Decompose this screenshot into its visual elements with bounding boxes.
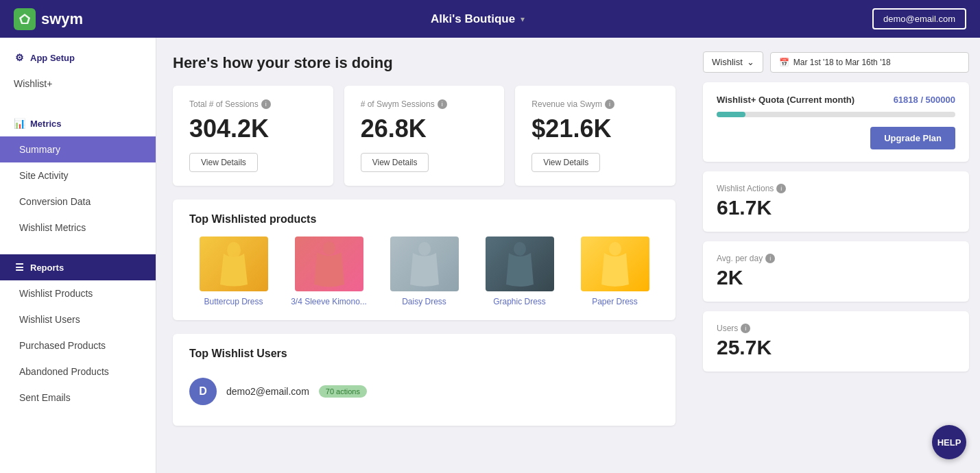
users-metric-label: Users i: [717, 324, 955, 333]
date-range-button[interactable]: 📅 Mar 1st '18 to Mar 16th '18: [770, 52, 969, 73]
content-area: Here's how your store is doing Total # o…: [156, 38, 692, 473]
sidebar-item-reports[interactable]: ☰ Reports: [0, 254, 156, 280]
wishlist-select[interactable]: Wishlist ⌄: [703, 51, 763, 73]
svg-point-5: [514, 242, 526, 256]
stat-label-revenue: Revenue via Swym i: [531, 99, 659, 109]
stat-label-sessions: Total # of Sessions i: [189, 99, 317, 109]
view-details-revenue[interactable]: View Details: [531, 153, 600, 172]
avg-per-day-value: 2K: [717, 266, 955, 289]
sidebar-item-summary[interactable]: Summary: [0, 136, 156, 162]
users-card: Users i 25.7K: [703, 311, 969, 372]
sidebar-item-purchased-products[interactable]: Purchased Products: [0, 332, 156, 359]
gear-icon: ⚙: [14, 52, 25, 63]
sidebar-item-wishlist-users[interactable]: Wishlist Users: [0, 306, 156, 332]
sidebar-item-sent-emails[interactable]: Sent Emails: [0, 385, 156, 411]
user-actions-badge: 70 actions: [319, 385, 367, 398]
svg-point-6: [609, 242, 621, 256]
info-icon-users[interactable]: i: [741, 324, 750, 333]
chevron-down-icon: ⌄: [747, 57, 754, 67]
right-top-controls: Wishlist ⌄ 📅 Mar 1st '18 to Mar 16th '18: [703, 51, 969, 73]
sidebar-item-site-activity[interactable]: Site Activity: [0, 162, 156, 189]
wishlist-actions-value: 61.7K: [717, 196, 955, 219]
top-users-title: Top Wishlist Users: [189, 348, 659, 360]
app-header: swym Alki's Boutique ▾ demo@email.com: [0, 0, 980, 38]
product-item-3[interactable]: Graphic Dress: [475, 236, 564, 306]
stat-label-swym-sessions: # of Swym Sessions i: [361, 99, 488, 109]
info-icon-avg-per-day[interactable]: i: [765, 254, 775, 263]
info-icon-swym-sessions[interactable]: i: [438, 99, 447, 109]
svg-point-3: [323, 241, 335, 255]
calendar-icon: 📅: [779, 58, 789, 67]
quota-bar-fill: [717, 112, 745, 117]
product-name-1: 3/4 Sleeve Kimono...: [291, 297, 367, 306]
user-email-button[interactable]: demo@email.com: [872, 8, 966, 29]
product-image-0: [200, 236, 268, 291]
top-products-title: Top Wishlisted products: [189, 213, 659, 226]
view-details-sessions[interactable]: View Details: [189, 153, 258, 172]
sidebar-item-abandoned-products[interactable]: Abandoned Products: [0, 359, 156, 385]
avg-per-day-card: Avg. per day i 2K: [703, 241, 969, 302]
stat-card-revenue: Revenue via Swym i $21.6K View Details: [515, 86, 676, 186]
sidebar-section-metrics: 📊 Metrics Summary Site Activity Conversi…: [0, 104, 156, 247]
logo-icon: [14, 8, 36, 30]
top-products-card: Top Wishlisted products Buttercup Dress: [173, 199, 676, 320]
wishlist-actions-label: Wishlist Actions i: [717, 184, 955, 193]
header-right: demo@email.com: [872, 8, 966, 29]
sidebar-section-setup: ⚙ App Setup Wishlist+: [0, 38, 156, 104]
quota-header: Wishlist+ Quota (Current month) 61818 / …: [717, 95, 955, 105]
sidebar-item-wishlist-plus[interactable]: Wishlist+: [0, 71, 156, 97]
quota-bar-bg: [717, 112, 955, 117]
product-image-1: [295, 236, 363, 291]
logo-text: swym: [41, 10, 83, 28]
wishlist-actions-card: Wishlist Actions i 61.7K: [703, 171, 969, 232]
avatar: D: [189, 378, 217, 405]
product-name-3: Graphic Dress: [493, 297, 546, 306]
sidebar-item-wishlist-metrics[interactable]: Wishlist Metrics: [0, 215, 156, 241]
store-name: Alki's Boutique: [431, 12, 515, 26]
stat-card-sessions: Total # of Sessions i 304.2K View Detail…: [173, 86, 333, 186]
sidebar-item-app-setup[interactable]: ⚙ App Setup: [0, 45, 156, 71]
store-selector[interactable]: Alki's Boutique ▾: [83, 12, 872, 26]
quota-title: Wishlist+ Quota (Current month): [717, 95, 854, 105]
stat-value-sessions: 304.2K: [189, 114, 317, 143]
users-metric-value: 25.7K: [717, 336, 955, 359]
sidebar-item-conversion-data[interactable]: Conversion Data: [0, 189, 156, 215]
svg-point-2: [227, 242, 241, 258]
product-item-0[interactable]: Buttercup Dress: [189, 236, 278, 306]
help-button[interactable]: HELP: [932, 425, 966, 459]
product-name-0: Buttercup Dress: [204, 297, 263, 306]
product-item-2[interactable]: Daisy Dress: [380, 236, 468, 306]
product-image-2: [390, 236, 459, 291]
product-item-4[interactable]: Paper Dress: [571, 236, 659, 306]
sidebar: ⚙ App Setup Wishlist+ 📊 Metrics Summary …: [0, 38, 156, 473]
metrics-icon: 📊: [14, 118, 25, 129]
avg-per-day-label: Avg. per day i: [717, 254, 955, 263]
main-layout: ⚙ App Setup Wishlist+ 📊 Metrics Summary …: [0, 38, 980, 473]
stat-card-swym-sessions: # of Swym Sessions i 26.8K View Details: [344, 86, 505, 186]
reports-icon: ☰: [14, 262, 25, 273]
quota-value: 61818 / 500000: [894, 95, 955, 105]
right-panel: Wishlist ⌄ 📅 Mar 1st '18 to Mar 16th '18…: [692, 38, 980, 473]
sidebar-item-wishlist-products[interactable]: Wishlist Products: [0, 280, 156, 306]
info-icon-sessions[interactable]: i: [261, 99, 271, 109]
product-name-2: Daisy Dress: [402, 297, 446, 306]
products-row: Buttercup Dress 3/4 Sleeve Kimono...: [189, 236, 659, 306]
logo[interactable]: swym: [14, 8, 83, 30]
sidebar-section-reports: ☰ Reports Wishlist Products Wishlist Use…: [0, 247, 156, 417]
upgrade-plan-button[interactable]: Upgrade Plan: [870, 127, 955, 149]
table-row: D demo2@email.com 70 actions: [189, 371, 659, 412]
product-item-1[interactable]: 3/4 Sleeve Kimono...: [285, 236, 373, 306]
stat-value-swym-sessions: 26.8K: [361, 114, 488, 143]
sidebar-item-metrics[interactable]: 📊 Metrics: [0, 110, 156, 136]
product-image-4: [581, 236, 649, 291]
info-icon-wishlist-actions[interactable]: i: [776, 184, 786, 193]
stats-row: Total # of Sessions i 304.2K View Detail…: [173, 86, 676, 186]
store-dropdown-arrow: ▾: [521, 14, 525, 24]
info-icon-revenue[interactable]: i: [605, 99, 614, 109]
user-email-text: demo2@email.com: [226, 386, 309, 397]
stat-value-revenue: $21.6K: [531, 114, 659, 143]
quota-card: Wishlist+ Quota (Current month) 61818 / …: [703, 82, 969, 162]
page-title: Here's how your store is doing: [173, 54, 676, 72]
product-name-4: Paper Dress: [592, 297, 638, 306]
view-details-swym-sessions[interactable]: View Details: [361, 153, 429, 172]
